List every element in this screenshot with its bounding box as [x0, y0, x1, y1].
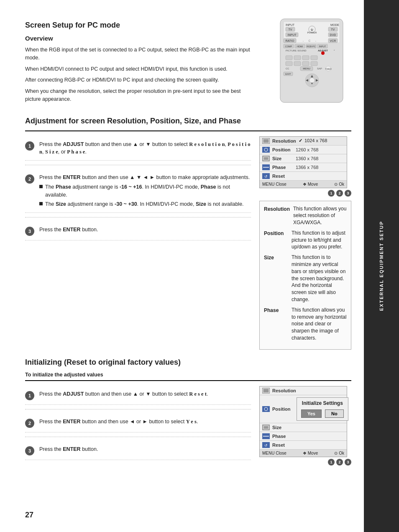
- svg-text:MENU: MENU: [303, 67, 310, 70]
- init-menu-ok-label: ⊙ Ok: [334, 451, 344, 455]
- init-adjust-label: ADJUST: [63, 391, 84, 397]
- svg-text:EXIT: EXIT: [285, 73, 291, 75]
- init-reset-label: R e s e t: [189, 391, 207, 397]
- init-icon-size: [262, 425, 270, 430]
- init-size-label: Size: [272, 425, 293, 430]
- icon-resolution: [262, 138, 270, 144]
- svg-rect-35: [294, 56, 301, 60]
- bullet-sq-2: [39, 202, 43, 205]
- svg-text:VCR: VCR: [330, 39, 336, 42]
- section1-subtitle: Overview: [25, 35, 251, 42]
- menu-ok-label: ⊙ Ok: [334, 182, 344, 187]
- init-adj-left: 1 Press the ADJUST button and then use ▲…: [25, 386, 251, 466]
- resolution-value-list: ✓ 1024 x 768: [299, 138, 344, 143]
- div-2: [25, 217, 251, 217]
- adjustment-section: 1 Press the ADJUST button and then use ▲…: [25, 136, 351, 350]
- res-1024: ✓ 1024 x 768: [299, 138, 344, 143]
- bullet-phase: The Phase adjustment range is -16 ~ +16.…: [39, 183, 251, 199]
- init-phase-label: Phase: [272, 434, 293, 439]
- init-step-num-2: 2: [336, 459, 343, 466]
- svg-point-33: [321, 51, 325, 55]
- step-circle-3: 3: [25, 227, 34, 236]
- svg-text:PICTURE  SOUND: PICTURE SOUND: [286, 49, 307, 52]
- init-menu-row-position: Position Initialize Settings Yes No: [260, 395, 347, 423]
- step-numbers-1: 1 2 3: [259, 190, 351, 197]
- section3-title: Initializing (Reset to original factory …: [25, 358, 351, 367]
- section1: Screen Setup for PC mode Overview When t…: [25, 17, 351, 107]
- section1-right: INPUT MODE TV ⏻ POWER TV DVD: [259, 17, 351, 107]
- svg-text:INPUT: INPUT: [288, 33, 297, 36]
- desc-key-resolution: Resolution: [264, 205, 290, 226]
- init-step-num-3: 3: [345, 459, 351, 466]
- init-icon-position: [262, 406, 270, 412]
- svg-text:MODE: MODE: [330, 23, 339, 26]
- init-menu-row-reset: ↺ Reset: [260, 441, 347, 450]
- svg-text:RATIO: RATIO: [286, 39, 294, 42]
- section2-divider: [25, 130, 351, 131]
- adj-right: Resolution ✓ 1024 x 768 Position 1260 x …: [259, 136, 351, 350]
- size-menu-label: Size: [272, 156, 293, 161]
- page-number: 27: [25, 511, 33, 519]
- init-icon-resolution: [262, 388, 270, 394]
- right-sidebar: EXTERNAL EQUIPMENT SETUP: [364, 0, 399, 532]
- step-num-1: 1: [328, 190, 335, 197]
- page-container: Screen Setup for PC mode Overview When t…: [0, 0, 399, 532]
- section1-left: Screen Setup for PC mode Overview When t…: [25, 17, 251, 107]
- section1-para2: When HDMI/DVI connect to PC output and s…: [25, 65, 251, 73]
- desc-key-phase: Phase: [264, 307, 288, 342]
- adjust-label-1: ADJUST: [63, 141, 84, 147]
- init-dialog-title: Initialize Settings: [301, 400, 344, 406]
- menu-row-phase: Phase 1366 x 768: [260, 163, 347, 172]
- svg-rect-37: [311, 56, 317, 60]
- section1-para4: When you change the resolution, select t…: [25, 87, 251, 103]
- svg-rect-61: [263, 389, 269, 393]
- adj-left: 1 Press the ADJUST button and then use ▲…: [25, 136, 251, 350]
- svg-rect-39: [294, 61, 301, 66]
- svg-point-62: [264, 407, 268, 411]
- step-circle-2: 2: [25, 174, 34, 184]
- desc-row-resolution: Resolution This function allows you sele…: [264, 205, 347, 226]
- svg-text:RGB-PC: RGB-PC: [307, 45, 315, 48]
- section1-title: Screen Setup for PC mode: [25, 21, 251, 30]
- svg-point-57: [264, 148, 268, 151]
- menu-close-label: MENU Close: [262, 182, 286, 187]
- step-circle-1: 1: [25, 141, 34, 151]
- svg-rect-63: [263, 426, 269, 429]
- section2-title: Adjustment for screen Resolution, Positi…: [25, 117, 351, 125]
- sidebar-label: EXTERNAL EQUIPMENT SETUP: [379, 221, 384, 311]
- menu-box-2: Resolution Position Initialize Settings: [259, 386, 347, 457]
- icon-reset: ↺: [262, 173, 270, 179]
- init-yes-button[interactable]: Yes: [301, 409, 322, 418]
- svg-text:TV: TV: [289, 28, 292, 31]
- desc-row-phase: Phase This function allows you to remove…: [264, 307, 347, 342]
- section3-subtitle: To initialize the adjusted values: [25, 372, 351, 378]
- desc-row-position: Position This function is to adjust pict…: [264, 230, 347, 251]
- res-1360: 1360 x 768: [296, 156, 318, 161]
- init-reset-menu-label: Reset: [272, 442, 293, 448]
- svg-rect-38: [286, 61, 292, 66]
- init-adjustment-section: 1 Press the ADJUST button and then use ▲…: [25, 386, 351, 466]
- svg-text:▲: ▲: [310, 74, 314, 78]
- svg-text:COMP: COMP: [285, 45, 292, 48]
- init-menu-close-label: MENU Close: [262, 451, 286, 455]
- icon-phase: [262, 164, 270, 170]
- step-row-2: 2 Press the ENTER button and then use ▲ …: [25, 169, 251, 213]
- init-enter-label-2: ENTER: [63, 446, 80, 452]
- init-div-1: [25, 409, 251, 409]
- svg-text:◄: ◄: [305, 78, 309, 82]
- init-no-button[interactable]: No: [325, 409, 344, 418]
- step-content-1: Press the ADJUST button and then use ▲ o…: [39, 141, 251, 156]
- section2: Adjustment for screen Resolution, Positi…: [25, 117, 351, 350]
- init-resolution-label: Resolution: [272, 388, 296, 393]
- remote-control-image: INPUT MODE TV ⏻ POWER TV DVD: [272, 17, 351, 105]
- icon-size: [262, 156, 270, 161]
- init-menu-row-size: Size: [260, 423, 347, 432]
- phase-label-1: P h a s e: [67, 149, 85, 155]
- menu-bottom-bar-2: MENU Close ❖ Move ⊙ Ok: [260, 450, 347, 457]
- init-icon-phase: [262, 433, 270, 439]
- resolution-menu-label: Resolution: [272, 138, 296, 143]
- section1-para1: When the RGB input of the set is connect…: [25, 46, 251, 62]
- svg-text:CC: CC: [286, 67, 289, 70]
- init-step-circle-2: 2: [25, 419, 34, 428]
- res-1366: 1366 x 768: [296, 165, 318, 170]
